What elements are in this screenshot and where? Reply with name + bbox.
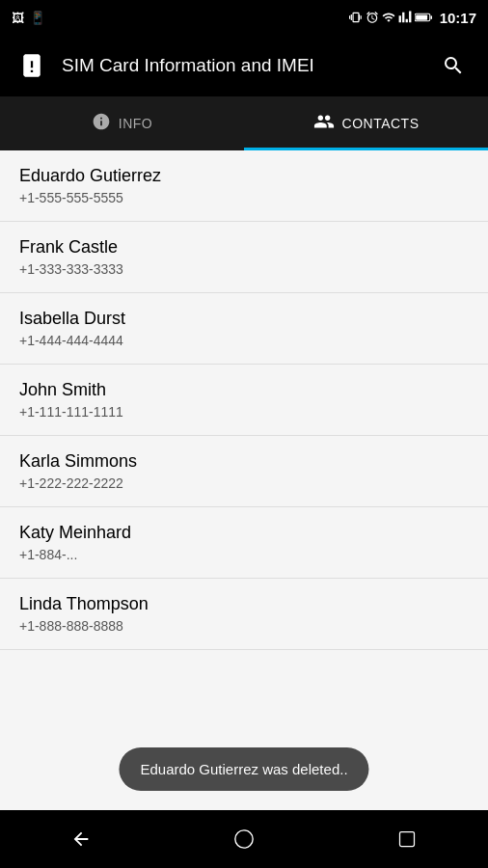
contact-name: Isabella Durst xyxy=(19,309,469,329)
svg-rect-3 xyxy=(26,63,31,68)
tab-bar: INFO CONTACTS xyxy=(0,96,488,150)
status-right-area: 10:17 xyxy=(349,10,476,26)
back-button[interactable] xyxy=(57,815,105,863)
contacts-icon xyxy=(313,111,335,137)
contact-item[interactable]: Eduardo Gutierrez +1-555-555-5555 xyxy=(0,150,488,222)
content-area: Eduardo Gutierrez +1-555-555-5555 Frank … xyxy=(0,150,488,810)
svg-rect-5 xyxy=(399,832,414,847)
sim-card-icon xyxy=(15,49,48,82)
contact-phone: +1-333-333-3333 xyxy=(19,261,469,277)
app-bar-left: SIM Card Information and IMEI xyxy=(15,49,314,82)
contact-name: Linda Thompson xyxy=(19,594,469,614)
signal-icons xyxy=(349,11,432,24)
contact-phone: +1-884-... xyxy=(19,547,469,562)
recents-button[interactable] xyxy=(383,815,431,863)
photo-icon: 🖼 xyxy=(12,11,24,25)
app-title: SIM Card Information and IMEI xyxy=(62,55,314,76)
svg-point-4 xyxy=(235,830,253,848)
svg-rect-1 xyxy=(430,15,432,19)
navigation-bar xyxy=(0,810,488,868)
contact-name: Katy Meinhard xyxy=(19,523,469,543)
home-button[interactable] xyxy=(220,815,268,863)
contact-item[interactable]: Karla Simmons +1-222-222-2222 xyxy=(0,436,488,507)
contact-phone: +1-222-222-2222 xyxy=(19,475,469,491)
contact-item[interactable]: Katy Meinhard +1-884-... xyxy=(0,507,488,579)
tab-contacts[interactable]: CONTACTS xyxy=(244,96,488,150)
tab-info[interactable]: INFO xyxy=(0,96,244,150)
tab-contacts-label: CONTACTS xyxy=(342,116,420,131)
contact-phone: +1-444-444-4444 xyxy=(19,333,469,348)
info-icon xyxy=(92,112,111,136)
contact-name: John Smith xyxy=(19,380,469,400)
search-button[interactable] xyxy=(434,46,473,85)
tab-info-label: INFO xyxy=(119,116,152,131)
contact-phone: +1-555-555-5555 xyxy=(19,190,469,205)
contact-name: Eduardo Gutierrez xyxy=(19,166,469,186)
contact-name: Frank Castle xyxy=(19,237,469,258)
app-bar: SIM Card Information and IMEI xyxy=(0,35,488,96)
contact-item[interactable]: John Smith +1-111-111-1111 xyxy=(0,365,488,436)
contact-phone: +1-111-111-1111 xyxy=(19,404,469,420)
contact-list: Eduardo Gutierrez +1-555-555-5555 Frank … xyxy=(0,150,488,810)
svg-rect-2 xyxy=(416,14,427,19)
sim-status-icon: 📱 xyxy=(30,11,45,25)
toast-message: Eduardo Gutierrez was deleted.. xyxy=(140,761,347,777)
status-bar: 🖼 📱 10:17 xyxy=(0,0,488,35)
contact-item[interactable]: Linda Thompson +1-888-888-8888 xyxy=(0,579,488,650)
contact-phone: +1-888-888-8888 xyxy=(19,618,469,634)
time-display: 10:17 xyxy=(440,10,476,26)
toast-notification: Eduardo Gutierrez was deleted.. xyxy=(119,747,368,791)
contact-item[interactable]: Frank Castle +1-333-333-3333 xyxy=(0,222,488,293)
contact-item[interactable]: Isabella Durst +1-444-444-4444 xyxy=(0,293,488,365)
contact-name: Karla Simmons xyxy=(19,451,469,472)
status-left-icons: 🖼 📱 xyxy=(12,11,45,25)
